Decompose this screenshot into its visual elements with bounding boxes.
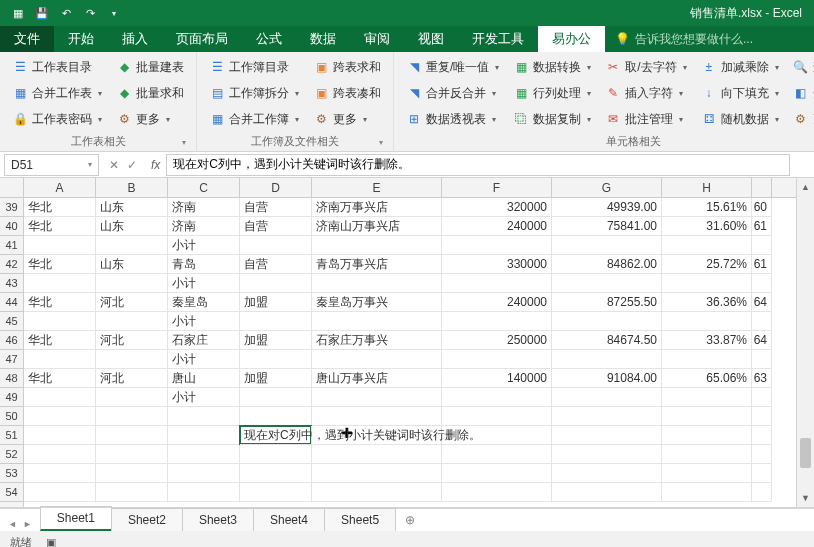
cell[interactable] [312, 464, 442, 483]
cell[interactable] [240, 388, 312, 407]
scroll-up-icon[interactable]: ▲ [797, 178, 814, 196]
cell[interactable]: 240000 [442, 217, 552, 236]
cell[interactable] [24, 388, 96, 407]
btn-more-2[interactable]: ⚙更多▾ [309, 108, 385, 130]
scroll-down-icon[interactable]: ▼ [797, 489, 814, 507]
table-row[interactable]: 华北山东济南自营济南万事兴店32000049939.0015.61%60 [24, 198, 796, 217]
table-row[interactable] [24, 445, 796, 464]
cell[interactable] [752, 312, 772, 331]
tab-insert[interactable]: 插入 [108, 26, 162, 52]
cell[interactable] [240, 445, 312, 464]
cell[interactable] [662, 350, 752, 369]
sheet-tab-3[interactable]: Sheet3 [182, 508, 254, 531]
cell[interactable] [752, 388, 772, 407]
cell[interactable]: 华北 [24, 369, 96, 388]
tab-formulas[interactable]: 公式 [242, 26, 296, 52]
cell[interactable] [552, 407, 662, 426]
table-row[interactable]: 华北河北秦皇岛加盟秦皇岛万事兴24000087255.5036.36%64 [24, 293, 796, 312]
table-row[interactable]: 华北河北石家庄加盟石家庄万事兴25000084674.5033.87%64 [24, 331, 796, 350]
cell[interactable] [96, 407, 168, 426]
table-row[interactable]: 小计 [24, 274, 796, 293]
row-header[interactable]: 48 [0, 369, 23, 388]
cell[interactable] [662, 426, 752, 445]
cell[interactable]: 36.36% [662, 293, 752, 312]
row-header[interactable]: 44 [0, 293, 23, 312]
cell[interactable]: 山东 [96, 198, 168, 217]
cell[interactable] [96, 274, 168, 293]
cell[interactable] [24, 350, 96, 369]
cell[interactable]: 25.72% [662, 255, 752, 274]
cell[interactable] [96, 426, 168, 445]
new-sheet-button[interactable]: ⊕ [395, 509, 425, 531]
cell[interactable] [662, 407, 752, 426]
cell[interactable] [752, 483, 772, 502]
vertical-scrollbar[interactable]: ▲ ▼ [796, 178, 814, 507]
cell[interactable]: 加盟 [240, 369, 312, 388]
formula-input[interactable] [167, 155, 789, 175]
cell[interactable] [24, 407, 96, 426]
cell[interactable] [240, 407, 312, 426]
cell[interactable] [240, 274, 312, 293]
btn-insert-char[interactable]: ✎插入字符▾ [601, 82, 690, 104]
cell[interactable]: 75841.00 [552, 217, 662, 236]
cell[interactable] [662, 483, 752, 502]
cell[interactable] [752, 274, 772, 293]
table-row[interactable] [24, 407, 796, 426]
cell[interactable] [96, 483, 168, 502]
btn-book-toc[interactable]: ☰工作簿目录 [205, 56, 303, 78]
cell[interactable]: 自营 [240, 217, 312, 236]
cell[interactable]: 84862.00 [552, 255, 662, 274]
tab-prev-icon[interactable]: ◄ [6, 517, 19, 531]
cell[interactable] [752, 236, 772, 255]
cell[interactable]: 济南 [168, 217, 240, 236]
cell[interactable] [552, 388, 662, 407]
cell[interactable]: 小计 [168, 236, 240, 255]
btn-dup-unique[interactable]: ◥重复/唯一值▾ [402, 56, 503, 78]
btn-sheet-pwd[interactable]: 🔒工作表密码▾ [8, 108, 106, 130]
cell[interactable] [312, 312, 442, 331]
btn-chars[interactable]: ✂取/去字符▾ [601, 56, 690, 78]
btn-book-split[interactable]: ▤工作簿拆分▾ [205, 82, 303, 104]
cell[interactable] [442, 350, 552, 369]
cell[interactable]: 石家庄万事兴 [312, 331, 442, 350]
cell[interactable] [552, 312, 662, 331]
record-macro-icon[interactable]: ▣ [46, 536, 56, 548]
cell[interactable] [312, 388, 442, 407]
cell[interactable]: 济南 [168, 198, 240, 217]
row-header[interactable]: 42 [0, 255, 23, 274]
column-header[interactable]: F [442, 178, 552, 197]
tab-dev[interactable]: 开发工具 [458, 26, 538, 52]
cell[interactable] [312, 445, 442, 464]
btn-pivot[interactable]: ⊞数据透视表▾ [402, 108, 503, 130]
cell[interactable] [240, 350, 312, 369]
cell[interactable] [442, 445, 552, 464]
btn-rowcol[interactable]: ▦行列处理▾ [509, 82, 595, 104]
undo-icon[interactable]: ↶ [56, 3, 76, 23]
cell[interactable] [96, 388, 168, 407]
btn-more-3[interactable]: ⚙更多▾ [789, 108, 814, 130]
cell[interactable] [312, 350, 442, 369]
cell[interactable]: 84674.50 [552, 331, 662, 350]
cell[interactable] [552, 274, 662, 293]
cell[interactable]: 自营 [240, 198, 312, 217]
tab-view[interactable]: 视图 [404, 26, 458, 52]
cell[interactable]: 济南万事兴店 [312, 198, 442, 217]
cell[interactable] [662, 274, 752, 293]
cell[interactable] [552, 236, 662, 255]
cell[interactable] [24, 312, 96, 331]
tab-file[interactable]: 文件 [0, 26, 54, 52]
cell[interactable]: 64 [752, 331, 772, 350]
cell[interactable]: 49939.00 [552, 198, 662, 217]
cell[interactable] [442, 464, 552, 483]
cell[interactable] [442, 274, 552, 293]
cell[interactable] [752, 407, 772, 426]
sheet-tab-2[interactable]: Sheet2 [111, 508, 183, 531]
cell[interactable] [752, 350, 772, 369]
btn-batch-create[interactable]: ◆批量建表 [112, 56, 188, 78]
cancel-icon[interactable]: ✕ [109, 158, 119, 172]
sheet-tab-1[interactable]: Sheet1 [40, 506, 112, 531]
btn-math[interactable]: ±加减乘除▾ [697, 56, 783, 78]
cell[interactable]: 33.87% [662, 331, 752, 350]
cell[interactable]: 加盟 [240, 293, 312, 312]
cell[interactable]: 小计 [168, 350, 240, 369]
